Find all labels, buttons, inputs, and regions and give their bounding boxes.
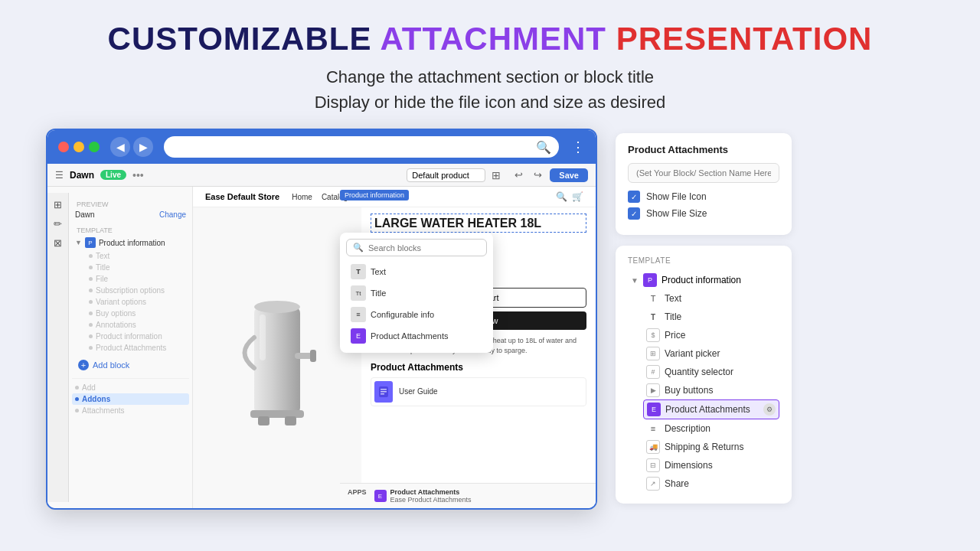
browser-chrome: ◀ ▶ 🔍 ⋮: [47, 130, 596, 164]
store-header-actions: 🔍 🛒: [556, 191, 583, 202]
search-blocks-input[interactable]: [368, 243, 480, 253]
title-part2: ATTACHMENT: [381, 21, 606, 57]
tree-dot: [89, 323, 93, 327]
tree-item-text[interactable]: T Text: [643, 289, 779, 308]
add-icon: +: [78, 360, 89, 370]
editor-actions: ↩ ↪ Save: [511, 168, 588, 182]
product-info-tree-header[interactable]: ▼ P Product information: [628, 271, 779, 289]
tree-options-button[interactable]: ⚙: [763, 403, 776, 416]
editor-dots-menu[interactable]: •••: [132, 169, 144, 181]
product-info-header[interactable]: ▼ P Product information: [72, 235, 189, 250]
sidebar-icons: ⊞ ✏ ⊠: [47, 193, 69, 502]
svg-rect-6: [285, 416, 296, 425]
search-icon: 🔍: [536, 140, 551, 155]
description-icon: ≡: [646, 422, 660, 435]
tree-item: File: [86, 273, 189, 285]
tree-item-price[interactable]: $ Price: [643, 326, 779, 344]
title-part3: PRESENTATION: [616, 21, 873, 57]
tree-item-buy-buttons[interactable]: ▶ Buy buttons: [643, 381, 779, 399]
tree-item-product-attachments[interactable]: E Product Attachments ⚙: [643, 399, 779, 419]
shipping-icon: 🚚: [646, 440, 660, 454]
search-result-text[interactable]: T Text: [346, 261, 487, 282]
store-cart-icon[interactable]: 🛒: [572, 191, 583, 202]
tree-item: Title: [86, 262, 189, 273]
show-icon-label: Show File Icon: [646, 191, 707, 202]
check-mark: ✓: [631, 193, 637, 201]
template-section-label: TEMPLATE: [72, 223, 189, 235]
sidebar-content: PREVIEW Dawn Change TEMPLATE ▼ P Product…: [69, 193, 192, 502]
product-block-icon: E: [351, 328, 366, 344]
product-image-area: [193, 207, 361, 508]
tree-dot: [89, 254, 93, 258]
attachment-name: User Guide: [399, 387, 438, 396]
svg-point-1: [254, 301, 300, 313]
svg-rect-10: [381, 391, 387, 393]
maximize-button[interactable]: [89, 142, 100, 152]
live-badge: Live: [100, 170, 126, 180]
dimensions-icon: ⊟: [646, 458, 660, 472]
product-info-label: Product information: [99, 239, 165, 247]
tree-item-highlighted[interactable]: Addons: [72, 393, 189, 405]
block-name-input[interactable]: [628, 163, 779, 183]
editor-content: ⊞ ✏ ⊠ PREVIEW Dawn Change TEMPLATE ▼ P P…: [47, 187, 596, 508]
search-result-config[interactable]: ≡ Configurable info: [346, 304, 487, 325]
browser-menu-button[interactable]: ⋮: [571, 139, 585, 155]
undo-button[interactable]: ↩: [511, 168, 526, 182]
sidebar-toggle-icon[interactable]: ☰: [55, 170, 64, 181]
preview-product-name: Dawn: [75, 210, 95, 219]
tree-dot: [89, 334, 93, 338]
svg-rect-7: [260, 315, 266, 360]
tree-dot: [89, 266, 93, 269]
tree-dot: [89, 277, 93, 281]
change-link[interactable]: Change: [159, 210, 186, 219]
product-select[interactable]: Default product: [407, 168, 485, 182]
store-search-icon[interactable]: 🔍: [556, 191, 567, 202]
app-icon: E: [374, 490, 387, 502]
tree-item-title[interactable]: T Title: [643, 308, 779, 326]
store-name-label: Dawn: [70, 170, 94, 181]
price-icon: $: [646, 328, 660, 342]
tree-item-dimensions[interactable]: ⊟ Dimensions: [643, 456, 779, 474]
tree-item-share[interactable]: ↗ Share: [643, 474, 779, 493]
traffic-lights: [58, 142, 100, 152]
show-size-label: Show File Size: [646, 208, 707, 219]
app-item: E Product Attachments Ease Product Attac…: [374, 488, 472, 504]
search-result-title[interactable]: Tt Title: [346, 282, 487, 304]
product-image: [227, 292, 327, 445]
nav-buttons: ◀ ▶: [110, 137, 153, 157]
sidebar-icon-brush[interactable]: ✏: [54, 218, 62, 230]
show-size-checkbox[interactable]: ✓: [628, 207, 640, 220]
tree-item: Add: [72, 382, 189, 393]
search-icon: 🔍: [353, 243, 364, 253]
save-button[interactable]: Save: [550, 168, 588, 182]
add-block-button[interactable]: + Add block: [72, 357, 189, 373]
tree-item-description[interactable]: ≡ Description: [643, 419, 779, 438]
search-input-wrap: 🔍: [346, 239, 487, 256]
svg-rect-4: [310, 350, 316, 362]
options-icon: ⚙: [766, 406, 773, 413]
tree-item-variant[interactable]: ⊞ Variant picker: [643, 344, 779, 363]
sidebar-icon-home[interactable]: ⊞: [54, 199, 62, 210]
product-info-children: Text Title File Subscription options Var…: [72, 250, 189, 354]
redo-button[interactable]: ↪: [531, 168, 545, 182]
tree-item-shipping[interactable]: 🚚 Shipping & Returns: [643, 438, 779, 456]
nav-home[interactable]: Home: [292, 193, 312, 201]
svg-rect-5: [258, 416, 270, 425]
minimize-button[interactable]: [74, 142, 84, 152]
app-info: Product Attachments Ease Product Attachm…: [390, 488, 472, 504]
close-button[interactable]: [58, 142, 69, 152]
tree-dot: [75, 397, 79, 401]
search-result-product[interactable]: E Product Attachments: [346, 325, 487, 347]
address-bar[interactable]: 🔍: [164, 136, 559, 158]
forward-button[interactable]: ▶: [133, 137, 153, 157]
tree-item-quantity[interactable]: # Quantity selector: [643, 363, 779, 381]
preview-label: PREVIEW: [72, 197, 189, 209]
sidebar-icon-apps[interactable]: ⊠: [54, 237, 62, 249]
back-button[interactable]: ◀: [110, 137, 130, 157]
attachments-section-title: Product Attachments: [371, 362, 586, 373]
template-panel: TEMPLATE ▼ P Product information T Text …: [616, 246, 792, 504]
show-size-row: ✓ Show File Size: [628, 207, 779, 220]
tree-dot: [75, 409, 79, 412]
show-icon-checkbox[interactable]: ✓: [628, 191, 640, 203]
tree-items: T Text T Title $ Price ⊞ Variant picker …: [628, 289, 779, 493]
